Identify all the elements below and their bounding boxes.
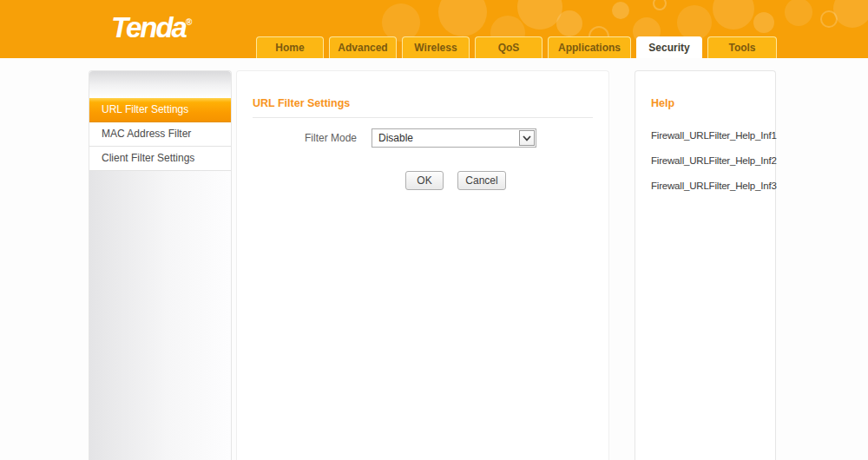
- tab-applications[interactable]: Applications: [548, 36, 631, 58]
- title-divider: [253, 117, 593, 118]
- filter-mode-select[interactable]: Disable: [372, 128, 536, 148]
- sidebar-item-mac-address-filter-settings[interactable]: MAC Address Filter Settings: [89, 122, 231, 147]
- sidebar-menu: URL Filter Settings MAC Address Filter S…: [89, 70, 232, 460]
- help-item: Firewall_URLFilter_Help_Inf2: [651, 155, 766, 166]
- sidebar-top-cap: [89, 71, 231, 98]
- tab-advanced[interactable]: Advanced: [329, 36, 397, 58]
- sidebar-item-client-filter-settings[interactable]: Client Filter Settings: [89, 147, 231, 171]
- page-title: URL Filter Settings: [253, 97, 593, 109]
- tenda-logo: Tenda®: [111, 7, 192, 43]
- cancel-button[interactable]: Cancel: [457, 171, 506, 190]
- chevron-down-icon[interactable]: [519, 130, 535, 146]
- main-content-panel: URL Filter Settings Filter Mode Disable …: [236, 70, 609, 460]
- form-buttons-row: OK Cancel: [253, 171, 593, 190]
- registered-trademark-icon: ®: [186, 17, 192, 27]
- tab-tools[interactable]: Tools: [707, 36, 777, 58]
- tab-qos[interactable]: QoS: [475, 36, 542, 58]
- help-item: Firewall_URLFilter_Help_Inf1: [651, 130, 766, 141]
- help-item: Firewall_URLFilter_Help_Inf3: [651, 181, 766, 191]
- sidebar-filler: [89, 171, 231, 460]
- help-panel: Help Firewall_URLFilter_Help_Inf1 Firewa…: [635, 70, 776, 460]
- filter-mode-selected-value: Disable: [378, 129, 413, 147]
- help-title: Help: [651, 97, 766, 109]
- sidebar-item-url-filter-settings[interactable]: URL Filter Settings: [89, 98, 231, 122]
- tab-wireless[interactable]: Wireless: [402, 36, 470, 58]
- tab-security[interactable]: Security: [636, 36, 702, 58]
- router-admin-page: Tenda® Home Advanced Wireless QoS Applic…: [0, 0, 868, 460]
- ok-button[interactable]: OK: [405, 171, 444, 190]
- tab-home[interactable]: Home: [256, 36, 324, 58]
- header-bar: Tenda® Home Advanced Wireless QoS Applic…: [0, 0, 868, 58]
- filter-mode-label: Filter Mode: [253, 132, 357, 144]
- filter-mode-row: Filter Mode Disable: [253, 128, 593, 148]
- main-nav-tabs: Home Advanced Wireless QoS Applications …: [256, 36, 782, 58]
